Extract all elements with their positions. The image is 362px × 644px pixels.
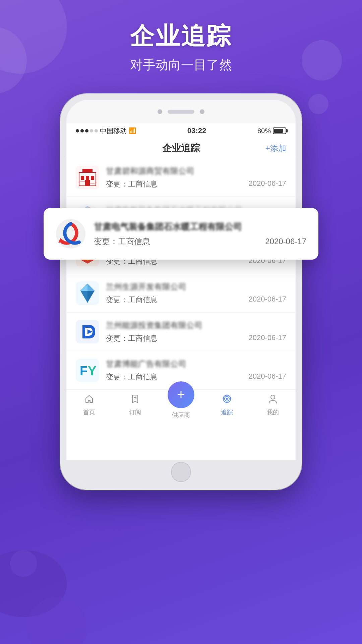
battery-fill — [274, 129, 283, 133]
featured-change-label: 变更：工商信息 — [94, 236, 150, 247]
battery-icon — [273, 127, 286, 134]
company-logo-4 — [76, 281, 99, 305]
phone-outer: 中国移动 📶 03:22 80% 企业追踪 +添加 — [60, 94, 302, 490]
app-header-title: 企业追踪 — [162, 142, 200, 155]
nav-item-supplier[interactable]: + 供应商 — [158, 391, 204, 419]
svg-point-31 — [226, 398, 228, 400]
status-bar: 中国移动 📶 03:22 80% — [66, 123, 296, 138]
status-time: 03:22 — [187, 126, 206, 135]
phone-mockup: 中国移动 📶 03:22 80% 企业追踪 +添加 — [60, 94, 302, 490]
nav-center-button[interactable]: + — [168, 381, 194, 408]
svg-rect-6 — [86, 176, 89, 180]
change-date-6: 2020-06-17 — [248, 372, 286, 382]
company-name-6: 甘肃博能广告有限公司 — [106, 359, 286, 369]
change-label-4: 变更：工商信息 — [106, 295, 158, 305]
change-date-1: 2020-06-17 — [248, 179, 286, 189]
company-info-5: 兰州能源投资集团有限公司 变更：工商信息 2020-06-17 — [106, 320, 286, 343]
svg-rect-7 — [91, 176, 94, 180]
target-icon — [222, 394, 232, 406]
bottom-nav: 首页 订阅 + — [66, 390, 296, 423]
company-detail-6: 变更：工商信息 2020-06-17 — [106, 372, 286, 382]
wifi-icon: 📶 — [129, 127, 136, 135]
company-logo-1 — [76, 166, 99, 189]
list-item-5[interactable]: 兰州能源投资集团有限公司 变更：工商信息 2020-06-17 — [66, 313, 296, 351]
app-header: 企业追踪 +添加 — [66, 138, 296, 158]
change-label-5: 变更：工商信息 — [106, 333, 158, 343]
add-button[interactable]: +添加 — [265, 143, 286, 154]
company-logo-6: F Y — [76, 359, 99, 382]
nav-item-subscription[interactable]: 订阅 — [112, 394, 158, 416]
svg-text:Y: Y — [88, 364, 96, 378]
company-name-5: 兰州能源投资集团有限公司 — [106, 320, 286, 331]
nav-label-profile: 我的 — [267, 408, 279, 416]
phone-top-bar — [66, 100, 296, 123]
person-icon — [268, 394, 278, 406]
company-detail-5: 变更：工商信息 2020-06-17 — [106, 333, 286, 343]
svg-rect-26 — [88, 400, 90, 402]
signal-dot-2 — [80, 129, 84, 132]
signal-dot-3 — [85, 129, 88, 132]
change-date-5: 2020-06-17 — [248, 333, 286, 343]
bg-decoration-4 — [308, 94, 328, 114]
signal-dot-1 — [76, 129, 79, 132]
change-label-1: 变更：工商信息 — [106, 179, 158, 189]
featured-company-logo — [56, 219, 86, 249]
nav-label-subscription: 订阅 — [129, 408, 141, 416]
company-detail-4: 变更：工商信息 2020-06-17 — [106, 295, 286, 305]
company-info-6: 甘肃博能广告有限公司 变更：工商信息 2020-06-17 — [106, 359, 286, 382]
phone-home-area — [66, 460, 296, 484]
list-item-4[interactable]: 兰州生源开发有限公司 变更：工商信息 2020-06-17 — [66, 274, 296, 313]
svg-point-36 — [271, 395, 275, 399]
company-detail-1: 变更：工商信息 2020-06-17 — [106, 179, 286, 189]
phone-home-button[interactable] — [171, 462, 191, 482]
company-info-4: 兰州生源开发有限公司 变更：工商信息 2020-06-17 — [106, 281, 286, 305]
change-date-4: 2020-06-17 — [248, 295, 286, 305]
company-info-1: 甘肃碧和源商贸有限公司 变更：工商信息 2020-06-17 — [106, 166, 286, 189]
phone-camera — [158, 109, 162, 114]
featured-card[interactable]: 甘肃电气装备集团石水暖工程有限公司 变更：工商信息 2020-06-17 — [44, 208, 318, 260]
company-name-1: 甘肃碧和源商贸有限公司 — [106, 166, 286, 176]
sub-title: 对手动向一目了然 — [0, 56, 362, 73]
featured-company-info: 甘肃电气装备集团石水暖工程有限公司 变更：工商信息 2020-06-17 — [94, 221, 306, 247]
phone-speaker — [168, 110, 194, 114]
featured-detail-row: 变更：工商信息 2020-06-17 — [94, 236, 306, 247]
nav-label-tracking: 追踪 — [221, 408, 233, 416]
nav-label-supplier: 供应商 — [172, 411, 190, 419]
bg-decoration-7 — [10, 550, 37, 577]
svg-rect-4 — [82, 169, 93, 172]
status-right: 80% — [257, 127, 286, 135]
nav-item-tracking[interactable]: 追踪 — [204, 394, 250, 416]
plus-icon: + — [177, 387, 185, 402]
bookmark-icon — [130, 394, 140, 406]
battery-percent: 80% — [257, 127, 271, 135]
nav-item-profile[interactable]: 我的 — [250, 394, 296, 416]
svg-rect-5 — [81, 176, 84, 180]
signal-dot-4 — [90, 129, 93, 132]
featured-date: 2020-06-17 — [265, 237, 306, 246]
signal-dot-5 — [95, 129, 98, 132]
featured-company-name: 甘肃电气装备集团石水暖工程有限公司 — [94, 221, 306, 233]
header-section: 企业追踪 对手动向一目了然 — [0, 20, 362, 73]
company-name-4: 兰州生源开发有限公司 — [106, 281, 286, 292]
company-logo-5 — [76, 320, 99, 343]
status-left: 中国移动 📶 — [76, 126, 136, 136]
phone-camera-2 — [200, 109, 204, 114]
list-item[interactable]: 甘肃碧和源商贸有限公司 变更：工商信息 2020-06-17 — [66, 158, 296, 197]
svg-text:F: F — [80, 364, 87, 378]
carrier-label: 中国移动 — [100, 126, 127, 136]
app-content: 甘肃碧和源商贸有限公司 变更：工商信息 2020-06-17 — [66, 158, 296, 460]
change-label-6: 变更：工商信息 — [106, 372, 158, 382]
phone-inner: 中国移动 📶 03:22 80% 企业追踪 +添加 — [66, 100, 296, 484]
home-icon — [84, 394, 94, 406]
main-title: 企业追踪 — [0, 20, 362, 52]
nav-item-home[interactable]: 首页 — [66, 394, 112, 416]
signal-dots — [76, 129, 98, 132]
nav-label-home: 首页 — [83, 408, 95, 416]
